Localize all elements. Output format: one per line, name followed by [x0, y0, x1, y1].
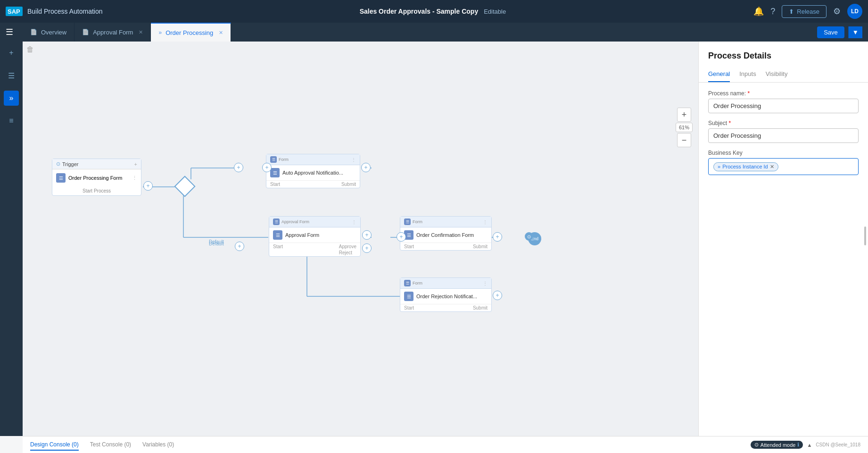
trigger-header: ⊙ Trigger +	[52, 159, 141, 169]
zoom-in-button[interactable]: +	[677, 108, 691, 122]
info-icon: ℹ	[797, 442, 799, 448]
save-dropdown-button[interactable]: ▼	[848, 26, 862, 38]
tab-general[interactable]: General	[708, 67, 730, 82]
default-label: Default	[209, 241, 224, 246]
expand-icon-btn[interactable]: ▲	[807, 442, 812, 448]
end-left-btn[interactable]: ⊙	[525, 232, 533, 241]
order-rejection-footer: Start Submit	[400, 304, 491, 311]
approval-form-icon: ☰	[273, 218, 280, 225]
auto-approval-header: ☰ Form ⋮	[266, 154, 360, 165]
sidebar-add-icon[interactable]: +	[4, 45, 19, 60]
settings-icon-btn[interactable]: ⚙	[833, 6, 841, 17]
main-layout: + ☰ » ≡ 🗑 + 61% −	[0, 42, 868, 436]
panel-tabs: General Inputs Visibility	[699, 67, 868, 83]
approval-form-header: ☰ Approval Form ⋮	[269, 217, 360, 227]
auto-approval-content: ☰ Auto Approval Notificatio...	[266, 165, 360, 180]
approval-form-content: ☰ Approval Form	[269, 227, 360, 243]
auto-approval-left-btn[interactable]: +	[262, 163, 272, 172]
right-panel: Process Details General Inputs Visibilit…	[698, 42, 868, 436]
tab-processing-close-icon[interactable]: ✕	[219, 30, 223, 36]
approval-reject-btn[interactable]: +	[362, 243, 372, 253]
confirmation-right-btn[interactable]: +	[493, 232, 502, 242]
tab-inputs[interactable]: Inputs	[739, 67, 756, 82]
node-menu-icon[interactable]: ⋮	[132, 175, 137, 181]
order-rejection-node: ☰ Form ⋮ ☰ Order Rejection Notificat... …	[400, 277, 492, 312]
trigger-node: ⊙ Trigger + ☰ Order Processing Form ⋮ St…	[52, 159, 141, 196]
help-icon-btn[interactable]: ?	[770, 7, 775, 17]
save-button[interactable]: Save	[817, 26, 844, 38]
auto-approval-menu-icon[interactable]: ⋮	[351, 157, 356, 162]
order-confirmation-node: ☰ Form ⋮ ☰ Order Confirmation Form Start…	[400, 216, 492, 251]
attended-mode-badge: ⊙ Attended mode ℹ	[751, 441, 803, 449]
release-button[interactable]: ⬆ Release	[782, 5, 827, 18]
trigger-add-btn[interactable]: +	[143, 181, 153, 191]
tab-approval-close-icon[interactable]: ✕	[139, 29, 143, 35]
tab-processing-icon: »	[158, 29, 162, 36]
tab-order-processing[interactable]: » Order Processing ✕	[151, 23, 231, 42]
approval-menu-icon[interactable]: ⋮	[352, 219, 356, 225]
bottom-panel: Design Console (0) Test Console (0) Vari…	[23, 436, 868, 453]
doc-status: Editable	[484, 8, 506, 15]
attended-icon: ⊙	[754, 442, 759, 448]
tab-approval-form[interactable]: 📄 Approval Form ✕	[74, 23, 151, 42]
subject-label: Subject *	[708, 120, 859, 126]
sidebar-process-icon[interactable]: »	[4, 91, 19, 106]
bottom-tab-variables[interactable]: Variables (0)	[142, 439, 174, 451]
process-instance-tag: » Process Instance Id ✕	[713, 162, 778, 171]
top-navigation: SAP Build Process Automation Sales Order…	[0, 0, 868, 23]
trigger-circle-icon: ⊙	[56, 161, 60, 167]
default-add-btn[interactable]: +	[235, 242, 244, 251]
rejection-form-icon: ☰	[404, 292, 413, 301]
gateway-diamond	[174, 176, 195, 197]
subject-field: Subject *	[708, 120, 859, 143]
confirmation-menu-icon[interactable]: ⋮	[483, 219, 488, 225]
panel-body: Process name: * Subject * Business Key »	[699, 83, 868, 183]
sap-logo: SAP	[6, 7, 23, 16]
rejection-menu-icon[interactable]: ⋮	[483, 281, 488, 286]
tab-visibility[interactable]: Visibility	[766, 67, 788, 82]
auto-approval-node: ☰ Form ⋮ ☰ Auto Approval Notificatio... …	[266, 154, 360, 188]
process-tag-close-icon[interactable]: ✕	[770, 164, 774, 170]
nav-right: 🔔 ? ⬆ Release ⚙ LD	[753, 4, 862, 19]
copyright-text: CSDN @Seele_1018	[816, 442, 860, 447]
process-name-field: Process name: *	[708, 90, 859, 113]
auto-approval-right-btn[interactable]: +	[361, 163, 371, 172]
notifications-icon-btn[interactable]: 🔔	[753, 6, 764, 17]
approval-approve-btn[interactable]: +	[362, 230, 372, 240]
trigger-menu-icon[interactable]: +	[134, 161, 137, 167]
confirmation-icon: ☰	[404, 218, 411, 225]
business-key-input-container[interactable]: » Process Instance Id ✕	[708, 158, 859, 175]
scroll-indicator	[864, 226, 866, 245]
sidebar-list-icon[interactable]: ≡	[4, 113, 19, 128]
app-title: Build Process Automation	[27, 8, 103, 15]
left-sidebar: + ☰ » ≡	[0, 42, 23, 436]
bottom-right: ⊙ Attended mode ℹ ▲ CSDN @Seele_1018	[751, 441, 860, 449]
tab-overview[interactable]: 📄 Overview	[23, 23, 74, 42]
tab-bar: ☰ 📄 Overview 📄 Approval Form ✕ » Order P…	[0, 23, 868, 42]
subject-input[interactable]	[708, 128, 859, 143]
process-name-label: Process name: *	[708, 90, 859, 97]
bottom-tab-design[interactable]: Design Console (0)	[30, 439, 79, 451]
order-confirmation-header: ☰ Form ⋮	[400, 217, 491, 227]
upload-icon: ⬆	[789, 8, 794, 15]
menu-icon-btn[interactable]: ☰	[6, 27, 13, 37]
zoom-out-button[interactable]: −	[677, 133, 691, 147]
order-confirmation-content: ☰ Order Confirmation Form	[400, 227, 491, 243]
rejection-right-btn[interactable]: +	[493, 291, 502, 300]
trigger-content: ☰ Order Processing Form ⋮	[52, 169, 141, 186]
delete-icon-btn[interactable]: 🗑	[26, 45, 34, 54]
order-rejection-header: ☰ Form ⋮	[400, 278, 491, 289]
user-avatar[interactable]: LD	[847, 4, 862, 19]
process-name-input[interactable]	[708, 99, 859, 113]
order-confirmation-footer: Start Submit	[400, 243, 491, 250]
zoom-level-display: 61%	[676, 123, 693, 132]
business-key-label: Business Key	[708, 150, 859, 156]
confirmation-left-btn[interactable]: +	[397, 232, 406, 242]
auto-approval-icon: ☰	[270, 156, 277, 163]
sidebar-docs-icon[interactable]: ☰	[4, 68, 19, 83]
panel-title: Process Details	[699, 42, 868, 67]
zoom-controls: + 61% −	[676, 108, 693, 147]
diamond-top-btn[interactable]: +	[234, 163, 243, 172]
order-rejection-content: ☰ Order Rejection Notificat...	[400, 289, 491, 304]
bottom-tab-test[interactable]: Test Console (0)	[90, 439, 131, 451]
